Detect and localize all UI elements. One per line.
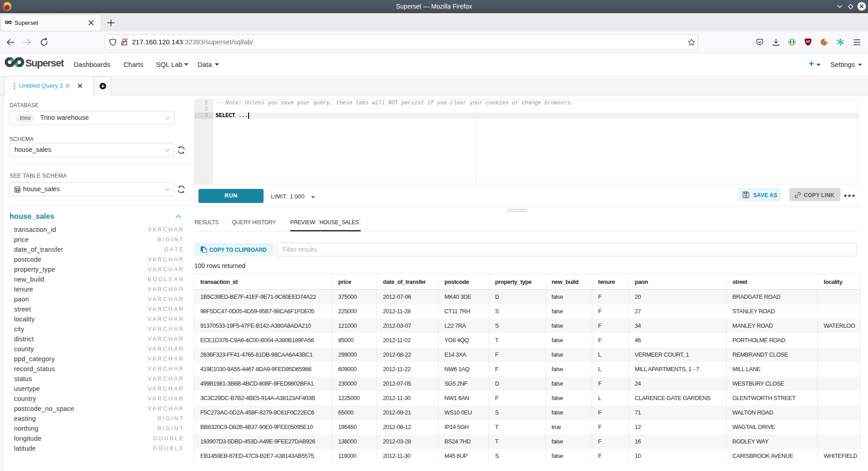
- svg-text:uO: uO: [806, 40, 810, 43]
